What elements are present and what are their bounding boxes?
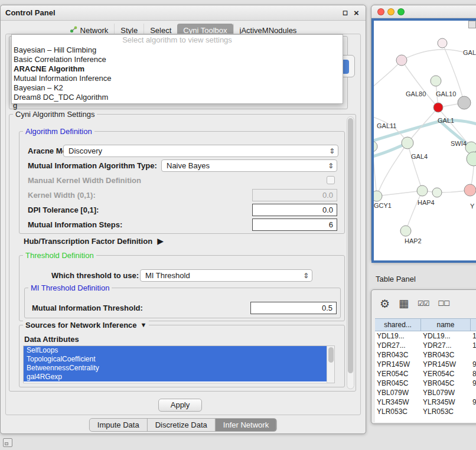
table-row[interactable]: YER054CYER054C8.: [375, 369, 476, 379]
graph-node-label: GCY1: [374, 202, 392, 209]
table-row[interactable]: YBR043CYBR043C: [375, 350, 476, 360]
table-row[interactable]: YLR053CYLR053C: [375, 407, 476, 416]
column-header[interactable]: name: [421, 319, 471, 331]
sources-collapse-arrow-icon: ▼: [141, 321, 147, 330]
mi-threshold-input[interactable]: 0.5: [250, 302, 337, 314]
graph-node[interactable]: [464, 184, 476, 196]
graph-node[interactable]: [400, 226, 411, 236]
graph-node[interactable]: [417, 185, 428, 196]
network-view-window: GALGAL80GAL10GAL11GAL1SWI4GAL4GCY1HAP4HA…: [371, 5, 476, 263]
table-row[interactable]: YBR045CYBR045C9.: [375, 379, 476, 388]
dpi-tolerance-label: DPI Tolerance [0,1]:: [28, 206, 99, 214]
graph-node[interactable]: [396, 55, 407, 66]
table-cell: YDL19...: [375, 331, 421, 341]
mi-type-select[interactable]: Naive Bayes ⇕: [161, 159, 337, 172]
canvas-scroll-box[interactable]: [468, 21, 476, 28]
settings-scrollbar-thumb[interactable]: [348, 118, 353, 373]
table-cell: YDL19...: [421, 331, 471, 341]
close-window-icon[interactable]: ×: [351, 8, 361, 18]
deselect-all-icon[interactable]: ☐☐: [438, 299, 450, 308]
kernel-width-input[interactable]: 0.0: [252, 189, 337, 201]
table-cell: 13: [471, 331, 476, 341]
graph-node[interactable]: [432, 188, 442, 197]
threshold-definition-title: Threshold Definition: [23, 251, 96, 260]
algorithm-dropdown-popup: Select algorithm to view settings Bayesi…: [11, 34, 343, 104]
attribute-item[interactable]: TopologicalCoefficient: [24, 355, 327, 364]
graph-node[interactable]: [431, 76, 441, 86]
algorithm-option-selected[interactable]: ARACNE Algorithm: [12, 64, 343, 74]
attribute-item[interactable]: BetweennessCentrality: [24, 364, 327, 373]
combo-value: Naive Bayes: [167, 161, 210, 170]
settings-scrollbar[interactable]: [347, 116, 354, 389]
table-cell: [471, 350, 476, 360]
table-cell: YBL079W: [375, 388, 421, 397]
control-panel-titlebar: Control Panel ◻ ×: [1, 5, 366, 21]
minimized-panel-inner: [5, 442, 8, 445]
dpi-tolerance-input[interactable]: 0.0: [252, 204, 337, 216]
table-cell: YBR045C: [375, 379, 421, 388]
column-header[interactable]: [471, 319, 476, 331]
aracne-mode-select[interactable]: Discovery ⇕: [63, 145, 338, 157]
graph-node[interactable]: [402, 137, 413, 149]
algorithm-option[interactable]: Mutual Information Inference: [12, 74, 343, 83]
float-window-icon[interactable]: ◻: [340, 8, 350, 18]
graph-node-label: GAL10: [436, 90, 456, 97]
network-frame: GALGAL80GAL10GAL11GAL1SWI4GAL4GCY1HAP4HA…: [371, 18, 476, 263]
table-cell: YER054C: [421, 369, 471, 379]
manual-kernel-label: Manual Kernel Width Definition: [28, 176, 141, 185]
table-row[interactable]: YBL079WYBL079W: [375, 388, 476, 397]
graph-node-label: GAL1: [438, 117, 454, 124]
table-cell: YBL079W: [421, 388, 471, 397]
sources-toggle[interactable]: Sources for Network Inference ▼: [23, 321, 149, 330]
algorithm-option[interactable]: Bayesian – K2: [12, 83, 343, 93]
table-row[interactable]: YDL19...YDL19...13: [375, 331, 476, 341]
table-cell: YBR043C: [421, 350, 471, 360]
graph-node[interactable]: [433, 103, 443, 112]
algorithm-option[interactable]: Bayesian – Hill Climbing: [12, 45, 343, 55]
network-graph: GALGAL80GAL10GAL11GAL1SWI4GAL4GCY1HAP4HA…: [374, 21, 476, 259]
graph-node[interactable]: [467, 152, 476, 166]
table-cell: YPR145W: [421, 360, 471, 369]
hub-section-toggle[interactable]: Hub/Transcription Factor Definition ▶: [24, 236, 164, 246]
attribute-item[interactable]: SelfLoops: [24, 346, 327, 355]
algorithm-definition-title: Algorithm Definition: [23, 127, 94, 136]
table-row[interactable]: YLR345WYLR345W9.: [375, 397, 476, 407]
graph-node[interactable]: [458, 96, 471, 109]
which-threshold-select[interactable]: MI Threshold ⇕: [140, 269, 312, 282]
manual-kernel-checkbox[interactable]: [327, 176, 335, 184]
sources-title: Sources for Network Inference: [25, 321, 137, 330]
close-traffic-button[interactable]: [377, 8, 384, 15]
attribute-item[interactable]: gal4RGexp: [24, 373, 327, 381]
bottom-tab-infer-network[interactable]: Infer Network: [216, 419, 276, 431]
table-row[interactable]: YDR27...YDR27...12: [375, 341, 476, 350]
bottom-tab-impute-data[interactable]: Impute Data: [90, 419, 148, 431]
attribute-list-scrollbar[interactable]: [327, 346, 334, 383]
minimize-traffic-button[interactable]: [387, 8, 395, 15]
attribute-list-scrollbar-thumb[interactable]: [328, 347, 334, 363]
minimized-panel-icon[interactable]: [3, 438, 12, 447]
hub-section-label: Hub/Transcription Factor Definition: [24, 237, 152, 246]
graph-node[interactable]: [374, 191, 382, 201]
network-canvas[interactable]: GALGAL80GAL10GAL11GAL1SWI4GAL4GCY1HAP4HA…: [374, 21, 476, 260]
graph-node[interactable]: [438, 38, 447, 48]
cyni-algorithm-settings-group: Cyni Algorithm Settings Algorithm Defini…: [9, 114, 356, 392]
select-all-icon[interactable]: ☑☑: [418, 299, 429, 308]
apply-button[interactable]: Apply: [158, 399, 202, 412]
combo-arrows-icon: ⇕: [329, 147, 335, 155]
table-cell: YDR27...: [375, 341, 421, 350]
mi-steps-input[interactable]: 6: [252, 219, 337, 231]
bottom-tab-discretize-data[interactable]: Discretize Data: [148, 419, 216, 431]
gear-icon[interactable]: ⚙: [380, 297, 390, 311]
zoom-traffic-button[interactable]: [397, 8, 405, 15]
graph-node[interactable]: [374, 141, 377, 152]
table-cell: [471, 407, 476, 416]
columns-icon[interactable]: ▦: [399, 297, 409, 310]
data-attributes-label: Data Attributes: [24, 335, 79, 344]
table-row[interactable]: YPR145WYPR145W9.: [375, 360, 476, 369]
algorithm-option[interactable]: Basic Correlation Inference: [12, 55, 343, 64]
algorithm-option[interactable]: Dream8 DC_TDC Algorithm: [12, 93, 343, 102]
settings-group-title: Cyni Algorithm Settings: [13, 110, 97, 119]
column-header[interactable]: shared...: [375, 319, 421, 331]
table-cell: YLR345W: [375, 397, 421, 407]
table-cell: YBR045C: [421, 379, 471, 388]
